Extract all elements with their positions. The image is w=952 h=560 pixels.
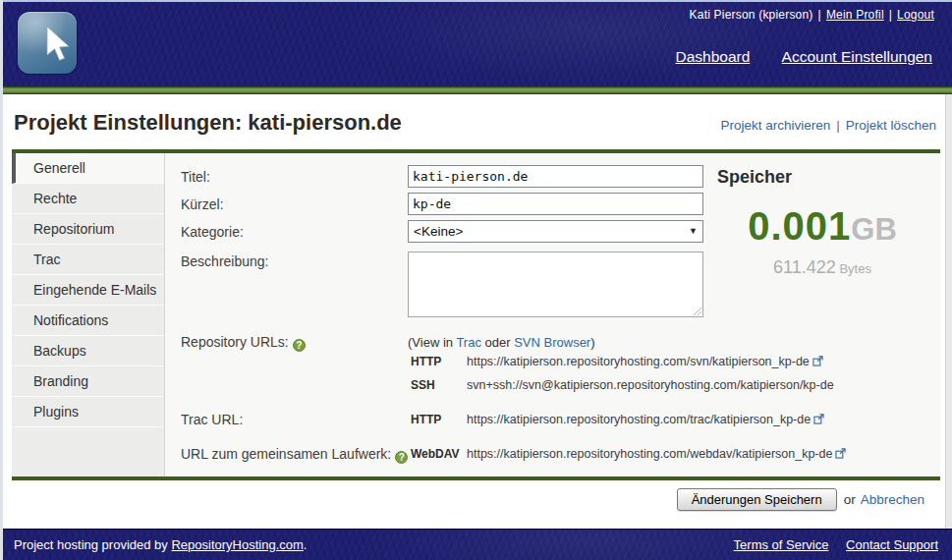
nav-account-settings-link[interactable]: Account Einstellungen — [782, 48, 932, 65]
terms-of-service-link[interactable]: Terms of Service — [734, 537, 829, 552]
settings-panel: Generell Rechte Repositorium Trac Eingeh… — [12, 149, 940, 480]
trac-url-label: Trac URL: — [181, 412, 243, 427]
window-edge-left — [0, 0, 3, 560]
storage-panel: Speicher 0.001GB 611.422 Bytes — [717, 167, 927, 278]
logout-link[interactable]: Logout — [897, 8, 934, 22]
kuerzel-input[interactable] — [408, 193, 703, 215]
separator: | — [813, 8, 826, 22]
window-edge-top — [0, 0, 952, 2]
header: Kati Pierson (kpierson)|Mein Profil|Logo… — [0, 0, 952, 86]
app-logo[interactable] — [18, 12, 77, 74]
cancel-link[interactable]: Abbrechen — [861, 492, 924, 507]
titel-label: Titel: — [181, 169, 210, 185]
beschreibung-textarea[interactable] — [408, 252, 703, 317]
scrollbar-track[interactable] — [945, 94, 952, 529]
external-link-icon[interactable] — [812, 356, 823, 369]
webdav-label: URL zum gemeinsamen Laufwerk:? — [181, 446, 408, 464]
user-session-bar: Kati Pierson (kpierson)|Mein Profil|Logo… — [690, 8, 934, 22]
footer: Project hosting provided by RepositoryHo… — [0, 529, 952, 560]
repositoryhosting-link[interactable]: RepositoryHosting.com — [171, 537, 303, 552]
sidebar-item-plugins[interactable]: Plugins — [12, 397, 164, 427]
view-in-text: (View in Trac oder SVN Browser) — [408, 335, 595, 350]
contact-support-link[interactable]: Contact Support — [846, 537, 938, 552]
cursor-arrow-icon — [41, 27, 71, 66]
kategorie-label: Kategorie: — [181, 224, 244, 240]
sidebar-item-branding[interactable]: Branding — [12, 366, 164, 397]
separator: | — [830, 118, 846, 133]
external-link-icon[interactable] — [835, 448, 846, 462]
profile-link[interactable]: Mein Profil — [826, 8, 884, 22]
trac-protocol-label: HTTP — [411, 413, 441, 426]
page-title: Projekt Einstellungen: kati-pierson.de — [14, 110, 402, 136]
webdav-protocol-label: WebDAV — [411, 447, 460, 461]
green-divider-bar — [0, 86, 952, 94]
sidebar-item-backups[interactable]: Backups — [12, 336, 164, 366]
repository-urls-label: Repository URLs:? — [181, 334, 306, 352]
webdav-url: https://katipierson.repositoryhosting.co… — [467, 447, 846, 462]
sidebar-item-eingehende-emails[interactable]: Eingehende E-Mails — [12, 275, 164, 306]
kategorie-selected-value: <Keine> — [414, 224, 463, 239]
footer-text: Project hosting provided by RepositoryHo… — [14, 537, 307, 552]
sidebar-item-generell[interactable]: Generell — [12, 153, 164, 184]
save-button[interactable]: Änderungen Speichern — [677, 488, 837, 511]
titel-input[interactable] — [408, 165, 703, 188]
repo-url-ssh: svn+ssh://svn@katipierson.repositoryhost… — [467, 378, 834, 392]
archive-project-link[interactable]: Projekt archivieren — [720, 118, 830, 133]
help-icon[interactable]: ? — [293, 339, 306, 352]
svn-browser-link[interactable]: SVN Browser — [514, 335, 590, 350]
trac-link[interactable]: Trac — [456, 335, 481, 350]
main-nav: Dashboard Account Einstellungen — [647, 48, 932, 66]
nav-dashboard-link[interactable]: Dashboard — [675, 48, 750, 65]
beschreibung-label: Beschreibung: — [181, 253, 269, 269]
storage-bytes-value: 611.422 — [773, 257, 836, 277]
footer-links: Terms of Service Contact Support — [720, 537, 938, 552]
sidebar-item-trac[interactable]: Trac — [12, 245, 164, 275]
repo-url-http: https://katipierson.repositoryhosting.co… — [467, 355, 823, 369]
sidebar-item-repositorium[interactable]: Repositorium — [12, 214, 164, 245]
protocol-label-ssh: SSH — [411, 378, 435, 392]
or-text: or — [844, 492, 856, 507]
kuerzel-label: Kürzel: — [181, 196, 224, 212]
sidebar-item-rechte[interactable]: Rechte — [12, 184, 164, 214]
separator: | — [884, 8, 897, 22]
storage-bytes-label: Bytes — [836, 261, 871, 276]
trac-url: https://katipierson.repositoryhosting.co… — [467, 413, 824, 427]
settings-sidebar: Generell Rechte Repositorium Trac Eingeh… — [12, 153, 165, 476]
chevron-down-icon: ▼ — [689, 221, 698, 242]
sidebar-item-notifications[interactable]: Notifications — [12, 306, 164, 336]
form-actions: Änderungen Speichern or Abbrechen — [677, 488, 924, 511]
storage-title: Speicher — [717, 167, 927, 188]
protocol-label-http: HTTP — [411, 355, 441, 368]
external-link-icon[interactable] — [813, 414, 824, 427]
storage-unit: GB — [851, 212, 897, 247]
kategorie-select[interactable]: <Keine> ▼ — [408, 220, 703, 243]
app-window: Kati Pierson (kpierson)|Mein Profil|Logo… — [0, 0, 952, 560]
project-action-links: Projekt archivieren|Projekt löschen — [720, 118, 936, 133]
delete-project-link[interactable]: Projekt löschen — [846, 118, 936, 133]
user-name: Kati Pierson (kpierson) — [690, 8, 813, 22]
help-icon[interactable]: ? — [395, 451, 408, 464]
storage-amount: 0.001 — [748, 204, 851, 248]
